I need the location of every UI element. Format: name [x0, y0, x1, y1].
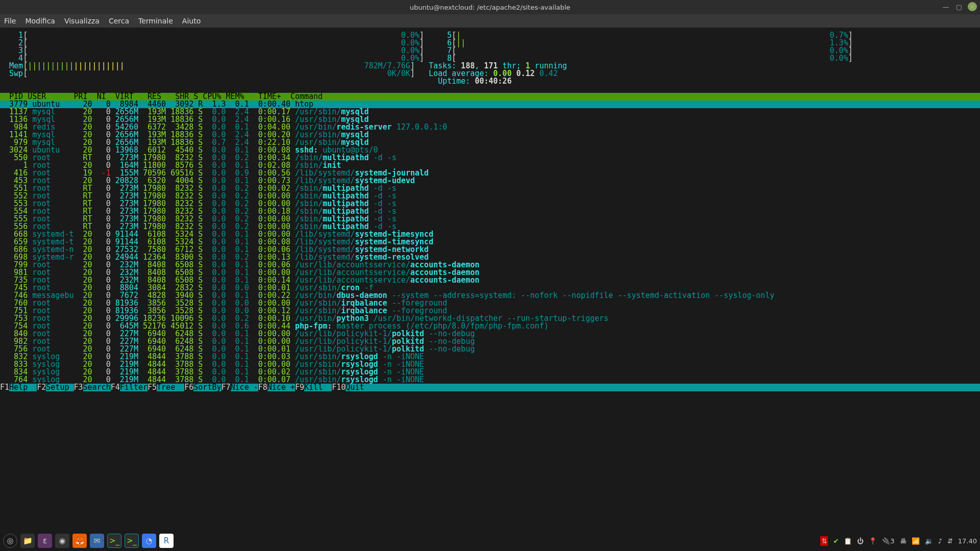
tray-location-icon[interactable]: 📍	[869, 537, 877, 545]
menubar: File Modifica Visualizza Cerca Terminale…	[0, 14, 980, 28]
close-button[interactable]: ✕	[968, 2, 977, 11]
firefox-icon[interactable]: 🦊	[72, 534, 87, 548]
tray-network-icon[interactable]: ⇵	[947, 537, 953, 545]
tray-power-icon[interactable]: ⏻	[857, 537, 864, 545]
obs-icon[interactable]: ◉	[55, 534, 69, 548]
mail-icon[interactable]: ✉	[90, 534, 104, 548]
tray: ⇅ ✔ 📋 ⏻ 📍 🔌3 🖶 📶 🔉 ♪ ⇵ 17.40	[820, 536, 977, 546]
tray-printer-icon[interactable]: 🖶	[900, 537, 906, 545]
minimize-button[interactable]: —	[941, 2, 950, 11]
emacs-icon[interactable]: ε	[38, 534, 52, 548]
tray-music-icon[interactable]: ♪	[938, 537, 942, 545]
menu-view[interactable]: Visualizza	[64, 17, 100, 25]
tray-check-icon[interactable]: ✔	[833, 537, 839, 545]
menu-edit[interactable]: Modifica	[25, 17, 55, 25]
clock[interactable]: 17.40	[958, 537, 977, 545]
tray-volume-icon[interactable]: 🔉	[925, 537, 933, 545]
terminal-1-icon[interactable]: >_	[107, 534, 121, 548]
tray-plug-icon[interactable]: 🔌3	[882, 537, 894, 545]
menu-file[interactable]: File	[4, 17, 16, 25]
terminal-2-icon[interactable]: >_	[125, 534, 139, 548]
terminal-content[interactable]: 1[ 0.0%] 5[| 0.7%] 2[	[0, 28, 980, 531]
signal-icon[interactable]: ◔	[142, 534, 156, 548]
terminal-window: ubuntu@nextcloud: /etc/apache2/sites-ava…	[0, 0, 980, 531]
menu-terminal[interactable]: Terminale	[138, 17, 173, 25]
maximize-button[interactable]: ▢	[954, 2, 964, 11]
menu-icon[interactable]: ◎	[3, 534, 17, 548]
menu-search[interactable]: Cerca	[109, 17, 129, 25]
tray-clipboard-icon[interactable]: 📋	[844, 537, 852, 545]
titlebar[interactable]: ubuntu@nextcloud: /etc/apache2/sites-ava…	[0, 0, 980, 14]
r-icon[interactable]: R	[159, 534, 174, 548]
window-title: ubuntu@nextcloud: /etc/apache2/sites-ava…	[410, 4, 571, 11]
menu-help[interactable]: Aiuto	[182, 17, 201, 25]
taskbar: ◎ 📁 ε ◉ 🦊 ✉ >_ >_ ◔ R ⇅ ✔ 📋 ⏻ 📍 🔌3 🖶 📶 🔉…	[0, 531, 980, 551]
tray-wifi-icon[interactable]: 📶	[912, 537, 920, 545]
tray-nc[interactable]: ⇅	[820, 536, 828, 546]
files-icon[interactable]: 📁	[20, 534, 35, 548]
